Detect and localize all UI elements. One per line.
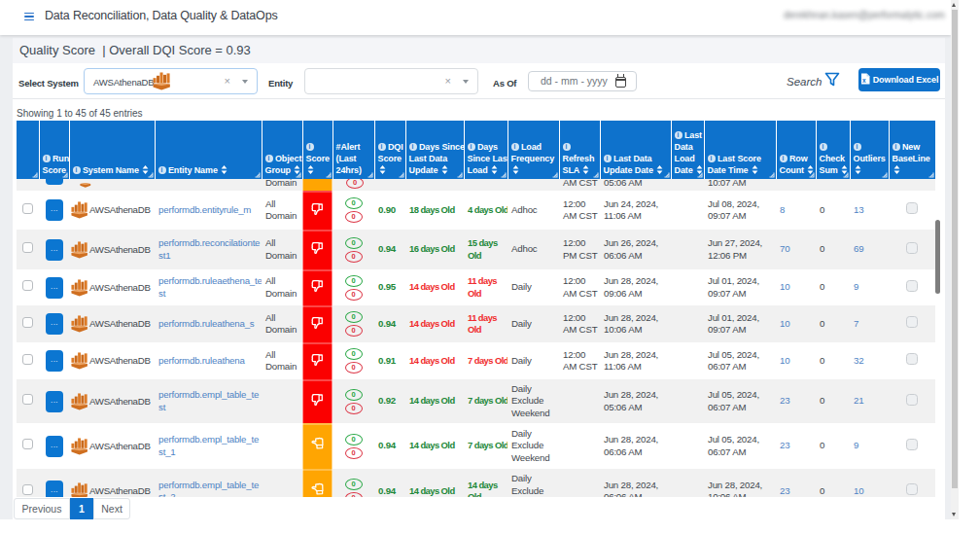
svg-text:x: x: [862, 77, 866, 84]
